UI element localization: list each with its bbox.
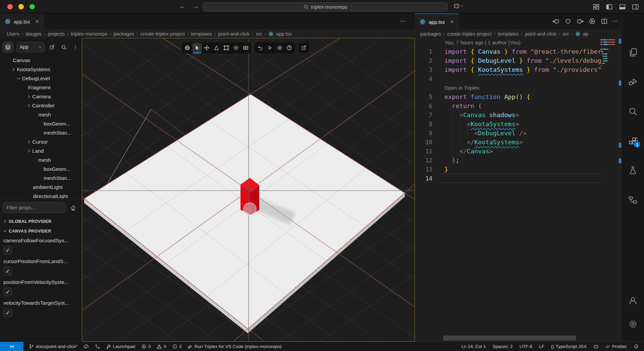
tab-app-tsx-editor[interactable]: app.tsx ✕ — [415, 13, 459, 30]
activity-settings-button[interactable] — [628, 319, 638, 330]
tree-item-boxgeom[interactable]: boxGeom... — [0, 119, 82, 128]
horizontal-scrollbar[interactable] — [443, 336, 576, 341]
chevron-right-icon[interactable] — [25, 103, 32, 108]
globe-tool-button[interactable] — [182, 43, 192, 53]
activity-account-button[interactable] — [628, 295, 638, 306]
section-global-provider[interactable]: GLOBAL PROVIDER — [0, 216, 82, 226]
status-git-branch[interactable]: docs/point-and-click* — [29, 344, 77, 349]
editor-more-actions[interactable]: ⋯ — [612, 17, 618, 25]
breadcrumb-item[interactable]: create-triplex-project — [141, 31, 185, 37]
left-group-more-actions[interactable]: ⋯ — [400, 17, 406, 25]
open-previous-change-button[interactable] — [552, 17, 560, 25]
code-line-11[interactable]: 11 </Canvas> — [415, 147, 621, 156]
status-eol[interactable]: LF — [539, 344, 544, 349]
code-line-12[interactable]: 12 ); — [415, 156, 621, 165]
help-tool-button[interactable] — [284, 43, 294, 53]
breadcrumb-item[interactable]: point-and-click — [218, 31, 250, 37]
tree-item-meshstan[interactable]: meshStan... — [0, 128, 82, 137]
status-infos[interactable]: 3 — [172, 344, 181, 349]
customize-layout-button[interactable] — [592, 3, 600, 11]
code-line-2[interactable]: 2import { DebugLevel } from "./levels/de… — [415, 56, 621, 65]
chevron-right-icon[interactable] — [25, 140, 32, 144]
activity-explorer-button[interactable] — [628, 47, 638, 58]
remote-indicator[interactable]: >< — [0, 342, 23, 351]
chevron-down-icon[interactable] — [15, 76, 22, 81]
breadcrumb-item[interactable]: point-and-click — [525, 31, 556, 37]
status-prettier[interactable]: Prettier — [605, 344, 627, 349]
tree-item-debuglevel[interactable]: DebugLevel — [0, 74, 82, 83]
breadcrumb-item[interactable]: Users — [7, 31, 19, 37]
open-external-tool-button[interactable] — [299, 43, 309, 53]
breadcrumb-item[interactable]: packages — [113, 31, 134, 37]
activity-search-button[interactable] — [628, 106, 638, 117]
translate-tool-button[interactable] — [202, 43, 212, 53]
breadcrumb-item[interactable]: triplex-monorepo — [71, 31, 107, 37]
activity-references-button[interactable] — [628, 195, 638, 205]
filter-props-input[interactable] — [3, 202, 66, 213]
sun-tool-button[interactable] — [231, 43, 241, 53]
close-tab-icon[interactable]: ✕ — [35, 19, 39, 24]
tree-item-cursor[interactable]: Cursor — [0, 137, 82, 146]
new-component-button[interactable] — [48, 43, 56, 51]
chevron-right-icon[interactable] — [10, 67, 17, 72]
scene-viewport[interactable] — [82, 38, 415, 342]
close-tab-icon[interactable]: ✕ — [450, 19, 454, 24]
prop-checkbox[interactable]: ✓ — [3, 267, 12, 275]
tree-item-boxgeom[interactable]: boxGeom... — [0, 164, 82, 173]
navigate-forward-button[interactable]: → — [192, 2, 200, 11]
clear-filter-button[interactable] — [68, 203, 77, 212]
status-warnings[interactable]: 0 — [157, 344, 166, 349]
copilot-menu-button[interactable]: ˅ — [453, 3, 463, 9]
toggle-primary-sidebar-button[interactable] — [605, 3, 613, 11]
open-next-change-button[interactable] — [576, 17, 584, 25]
status-run-triplex[interactable]: Run Triplex for VS Code (triplex-monorep… — [187, 344, 281, 349]
breadcrumb-item[interactable]: projects — [48, 31, 65, 37]
minimap[interactable] — [600, 39, 618, 72]
activity-extensions-button[interactable]: 1 — [628, 136, 638, 146]
navigate-back-button[interactable]: ← — [178, 2, 186, 11]
tree-item-mesh[interactable]: mesh — [0, 110, 82, 119]
code-line-5[interactable]: 5export function App() { — [415, 92, 621, 101]
tree-item-ambientlight[interactable]: ambientLight — [0, 183, 82, 192]
codelens-open-in-triplex[interactable]: Open in Triplex — [415, 83, 621, 92]
prop-checkbox[interactable]: ✓ — [3, 246, 12, 255]
close-window-button[interactable] — [7, 4, 13, 9]
code-line-7[interactable]: 7 <Canvas shadows> — [415, 110, 621, 119]
chevron-right-icon[interactable] — [25, 94, 32, 99]
breadcrumb-item[interactable]: packages — [420, 31, 441, 37]
section-canvas-provider[interactable]: CANVAS PROVIDER — [0, 226, 82, 236]
tree-item-mesh[interactable]: mesh — [0, 155, 82, 164]
settings-tool-button[interactable] — [275, 43, 284, 53]
code-line-13[interactable]: 13} — [415, 165, 621, 174]
breadcrumb-item[interactable]: app.tsx — [276, 31, 292, 37]
status-git-graph[interactable] — [95, 344, 100, 349]
tab-app-tsx-triplex[interactable]: app.tsx ✕ — [0, 13, 44, 30]
toggle-secondary-sidebar-button[interactable] — [631, 3, 639, 11]
code-line-9[interactable]: 9 <DebugLevel /> — [415, 129, 621, 138]
breadcrumb-item[interactable]: templates — [498, 31, 519, 37]
undo-tool-button[interactable] — [255, 43, 265, 53]
tree-item-camera[interactable]: Camera — [0, 92, 82, 101]
scene-layers-button[interactable] — [2, 42, 13, 53]
search-scene-button[interactable] — [59, 43, 68, 51]
minimize-window-button[interactable] — [18, 4, 24, 9]
status-publish[interactable] — [84, 344, 89, 349]
tree-item-controller[interactable]: Controller — [0, 101, 82, 110]
code-line-3[interactable]: 3import { KootaSystems } from "./provide… — [415, 65, 621, 74]
zoom-window-button[interactable] — [30, 4, 35, 9]
code-line-1[interactable]: 1import { Canvas } from "@react-three/fi… — [415, 47, 621, 56]
status-copilot[interactable] — [593, 344, 599, 349]
breadcrumb-item[interactable]: douges — [25, 31, 42, 37]
rotate-tool-button[interactable] — [212, 43, 221, 53]
status-launchpad[interactable]: Launchpad — [106, 344, 135, 349]
status-notifications[interactable] — [634, 344, 639, 349]
tree-item-kootasystems[interactable]: KootaSystems — [0, 65, 82, 74]
tree-item-directionallight[interactable]: directionalLight — [0, 192, 82, 199]
code-line-4[interactable]: 4 — [415, 74, 621, 83]
status-cursor-position[interactable]: Ln 14, Col 1 — [462, 344, 486, 349]
code-line-8[interactable]: 8 <KootaSystems> — [415, 119, 621, 129]
status-encoding[interactable]: UTF-8 — [520, 344, 532, 349]
breadcrumb-item[interactable]: src — [562, 31, 569, 37]
chevron-right-icon[interactable] — [25, 149, 32, 153]
status-language-mode[interactable]: {}TypeScript JSX — [551, 344, 587, 349]
